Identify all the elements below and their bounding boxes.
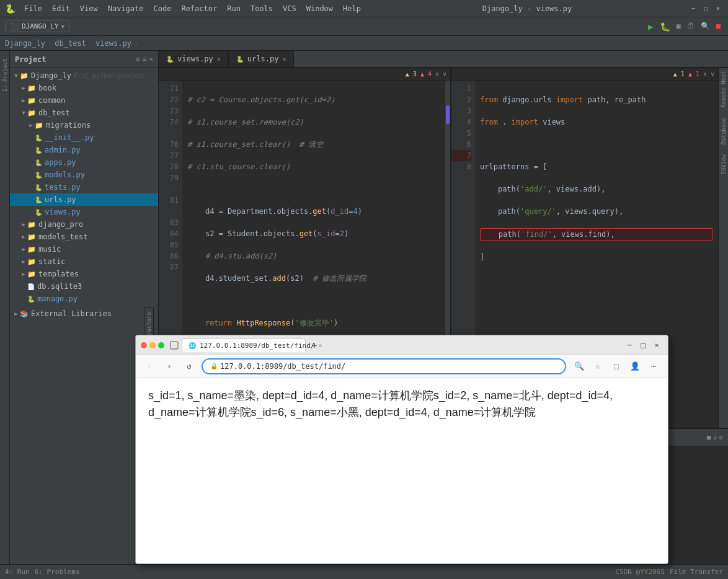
tree-item-book[interactable]: ▶ 📁 book	[10, 82, 158, 94]
tree-item-common[interactable]: ▶ 📁 common	[10, 94, 158, 107]
coverage-button[interactable]: ▣	[674, 20, 683, 33]
manage-label: manage.py	[37, 294, 78, 303]
right-nav-down[interactable]: ∨	[711, 71, 714, 77]
search-button[interactable]: 🔍	[698, 20, 712, 33]
djangopro-folder-icon: 📁	[27, 221, 36, 229]
browser-url-bar[interactable]: 🔒 127.0.0.1:8989/db_test/find/	[202, 358, 566, 374]
menu-view[interactable]: View	[75, 3, 103, 14]
tree-item-migrations[interactable]: ▶ 📁 migrations	[10, 119, 158, 131]
debug-button[interactable]: 🐛	[657, 20, 673, 33]
tree-item-models[interactable]: 🐍 models.py	[10, 169, 158, 181]
external-arrow: ▶	[12, 311, 20, 317]
browser-minimize-icon[interactable]: −	[624, 339, 636, 351]
tree-item-static[interactable]: ▶ 📁 static	[10, 255, 158, 268]
urls-tab-label: urls.py	[247, 55, 279, 63]
remote-host-tab[interactable]: Remote Host	[720, 68, 727, 110]
tree-item-admin[interactable]: 🐍 admin.py	[10, 144, 158, 156]
menu-file[interactable]: File	[19, 3, 47, 14]
tab-views-py[interactable]: 🐍 views.py ×	[159, 51, 229, 67]
browser-maximize-icon[interactable]: □	[637, 339, 649, 351]
tree-item-urls[interactable]: 🐍 urls.py	[10, 193, 158, 206]
menu-code[interactable]: Code	[149, 3, 177, 14]
menu-navigate[interactable]: Navigate	[103, 3, 149, 14]
browser-forward-button[interactable]: ›	[162, 359, 177, 374]
views-tab-close[interactable]: ×	[217, 56, 221, 63]
tree-item-music[interactable]: ▶ 📁 music	[10, 243, 158, 255]
run-stop-icon[interactable]: ■	[707, 434, 711, 441]
sidebar-close-icon[interactable]: ×	[149, 55, 153, 63]
browser-tab-favicon: 🌐	[189, 342, 196, 349]
problems-status-btn[interactable]: 6: Problems	[35, 568, 80, 576]
stop-button[interactable]: ■	[714, 20, 723, 33]
bottom-panel-settings-icon[interactable]: ⚙	[719, 434, 723, 441]
breadcrumb-item-views[interactable]: views.py	[95, 39, 131, 48]
maximize-button[interactable]: □	[701, 4, 711, 14]
templates-folder-icon: 📁	[27, 270, 36, 278]
menu-run[interactable]: Run	[222, 3, 246, 14]
close-button[interactable]: ×	[713, 4, 723, 14]
browser-active-tab[interactable]: 🌐 127.0.0.1:8989/db_test/find/ ×	[182, 338, 306, 352]
tab-urls-py[interactable]: 🐍 urls.py ×	[229, 51, 295, 67]
menu-help[interactable]: Help	[338, 3, 366, 14]
models-label: models.py	[45, 170, 85, 179]
tree-item-modelstest[interactable]: ▶ 📁 models_test	[10, 231, 158, 243]
code-line-72: # s1.course_set.remove(c2)	[187, 117, 440, 128]
tree-item-dbtest[interactable]: ▼ 📁 db_test	[10, 107, 158, 119]
tree-item-djangopro[interactable]: ▶ 📁 django_pro	[10, 218, 158, 231]
browser-max-button[interactable]	[158, 342, 164, 348]
init-py-icon: 🐍	[35, 135, 42, 141]
run-status-btn[interactable]: 4: Run	[5, 568, 30, 576]
breadcrumb-item-dbtest[interactable]: db_test	[55, 39, 86, 48]
browser-close-icon[interactable]: ×	[650, 339, 663, 351]
project-dropdown[interactable]: ⬛ DJANGO_LY ▼	[5, 20, 70, 32]
tree-root[interactable]: ▼ 📁 Django_ly E:\C_python\project	[10, 69, 158, 82]
left-warning-bar: ▲ 3 ▲ 4 ∧ ∨	[159, 68, 450, 81]
left-side-panel: 1: Project	[0, 51, 10, 564]
browser-zoom-icon[interactable]: 🔍	[571, 358, 587, 374]
tree-item-apps[interactable]: 🐍 apps.py	[10, 156, 158, 169]
left-nav-up[interactable]: ∧	[435, 71, 439, 77]
tree-item-tests[interactable]: 🐍 tests.py	[10, 181, 158, 193]
browser-profile-icon[interactable]: 👤	[627, 358, 643, 374]
rcode-3	[480, 139, 713, 150]
ln85: 85	[159, 239, 179, 250]
menu-vcs[interactable]: VCS	[278, 3, 301, 14]
menu-tools[interactable]: Tools	[246, 3, 278, 14]
profile-button[interactable]: ⏱	[685, 20, 697, 33]
root-path: E:\C_python\project	[74, 73, 144, 79]
browser-close-button[interactable]	[141, 342, 147, 348]
menu-window[interactable]: Window	[301, 3, 338, 14]
browser-back-button[interactable]: ‹	[142, 359, 157, 374]
urls-tab-close[interactable]: ×	[282, 56, 286, 63]
minimize-button[interactable]: −	[688, 4, 698, 14]
right-nav-up[interactable]: ∧	[703, 71, 707, 77]
browser-reload-button[interactable]: ↺	[182, 359, 197, 374]
browser-bookmark-icon[interactable]: ☆	[590, 358, 606, 374]
apps-py-icon: 🐍	[35, 159, 42, 166]
sqview-tab[interactable]: SQView	[720, 152, 727, 177]
browser-screenshot-icon[interactable]: ⬚	[608, 358, 624, 374]
ln72: 72	[159, 94, 179, 105]
breadcrumb-item-project[interactable]: Django_ly	[5, 39, 45, 48]
sidebar-collapse-icon[interactable]: ≡	[143, 55, 147, 63]
tree-item-init[interactable]: 🐍 __init__.py	[10, 131, 158, 144]
tree-item-views[interactable]: 🐍 views.py	[10, 206, 158, 218]
project-side-tab[interactable]: 1: Project	[2, 58, 8, 92]
menu-refactor[interactable]: Refactor	[176, 3, 222, 14]
sidebar-settings-icon[interactable]: ⚙	[136, 55, 140, 63]
menu-edit[interactable]: Edit	[47, 3, 75, 14]
tree-item-external[interactable]: ▶ 📚 External Libraries	[10, 307, 158, 320]
window-controls: − □ ×	[688, 4, 723, 14]
tree-item-managepy[interactable]: 🐍 manage.py	[10, 293, 158, 305]
database-tab[interactable]: Database	[720, 115, 727, 147]
new-browser-tab-button[interactable]: +	[308, 339, 321, 351]
run-button[interactable]: ▶	[646, 20, 655, 33]
run-rerun-icon[interactable]: ↺	[713, 434, 717, 441]
models-py-icon: 🐍	[35, 172, 42, 179]
ln73: 73	[159, 105, 179, 117]
browser-menu-icon[interactable]: ⋯	[646, 358, 662, 374]
left-nav-down[interactable]: ∨	[443, 71, 446, 77]
tree-item-templates[interactable]: ▶ 📁 templates	[10, 268, 158, 280]
browser-min-button[interactable]	[149, 342, 156, 348]
tree-item-dbsqlite[interactable]: 📄 db.sqlite3	[10, 280, 158, 293]
